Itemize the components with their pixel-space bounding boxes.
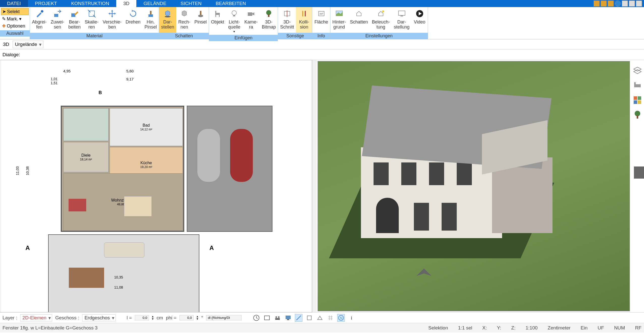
tool-icon-1[interactable]	[594, 1, 600, 7]
bulb-icon	[229, 9, 239, 19]
tool-icon-2[interactable]	[601, 1, 607, 7]
north-icon[interactable]: N	[337, 314, 345, 322]
layers-icon[interactable]	[633, 66, 642, 76]
terrace-deck	[69, 268, 104, 288]
verschieben-button[interactable]: Verschie- ben	[101, 7, 124, 33]
snap1-icon[interactable]	[295, 314, 302, 322]
snap3-icon[interactable]	[316, 314, 324, 322]
status-sel: 1:1 sel	[458, 325, 472, 331]
layer-dropdown[interactable]: Urgelände	[13, 41, 43, 48]
move-icon	[107, 9, 117, 19]
snap2-icon[interactable]	[305, 314, 313, 322]
window-3d-4	[457, 162, 472, 185]
ribbon-section-auswahl: ➤Selekt ✎Mark.▾ ✚Optionen Auswahl	[0, 7, 30, 39]
maximize-icon[interactable]	[629, 1, 635, 7]
pinsel-button[interactable]: Pinsel	[192, 7, 209, 33]
video-button[interactable]: Video	[412, 7, 428, 33]
menu-konstruktion[interactable]: KONSTRUKTION	[64, 0, 116, 7]
cube-shadow-icon	[163, 9, 173, 19]
help-icon[interactable]	[615, 1, 621, 7]
status-unit: Zentimeter	[548, 325, 571, 331]
optionen-button[interactable]: ✚Optionen	[1, 23, 29, 29]
window-3d-5	[414, 203, 429, 231]
skalieren-button[interactable]: Skalie- ren	[83, 7, 101, 33]
darstellung-button[interactable]: Dar- stellung	[392, 7, 412, 33]
window-controls	[594, 0, 644, 7]
minimize-icon[interactable]	[622, 1, 628, 7]
section-marker-a-left: A	[25, 244, 30, 252]
lichtquelle-button[interactable]: Licht- quelle▾	[226, 7, 242, 35]
drehen-button[interactable]: Drehen	[124, 7, 142, 33]
group-icon[interactable]	[274, 314, 281, 322]
l-input[interactable]	[135, 315, 149, 320]
svg-point-11	[232, 11, 236, 15]
section-marker-b: B	[99, 90, 102, 95]
svg-point-33	[635, 111, 640, 116]
svg-rect-24	[398, 11, 405, 15]
hintergrund-button[interactable]: Hinter- grund	[330, 7, 348, 33]
furniture-icon[interactable]	[633, 81, 642, 90]
3d-view[interactable]	[318, 61, 630, 311]
screen-icon[interactable]	[284, 314, 292, 322]
house-outline: Bad14,12 m² Diele18,14 m² Küche19,20 m² …	[61, 106, 184, 232]
menu-sichten[interactable]: SICHTEN	[173, 0, 208, 7]
objekt-button[interactable]: Objekt	[209, 7, 226, 35]
grid-icon[interactable]	[327, 314, 334, 322]
bearbeiten-button[interactable]: Bear- beiten	[66, 7, 83, 33]
plants-icon[interactable]	[633, 110, 642, 120]
expand-handle[interactable]	[634, 166, 644, 179]
svg-point-37	[275, 316, 277, 318]
materials-icon[interactable]	[633, 95, 642, 105]
l-stepper[interactable]: ▴▾	[152, 315, 154, 320]
l-label: l =	[127, 315, 132, 321]
menu-datei[interactable]: DATEI	[0, 0, 28, 7]
mark-button[interactable]: ✎Mark.▾	[1, 16, 29, 22]
zuweisen-button[interactable]: Zuwei- sen	[49, 7, 66, 33]
kamera-button[interactable]: Kame- ra	[242, 7, 260, 35]
beleuchtung-button[interactable]: Beleuch- tung	[370, 7, 392, 33]
menu-bar: DATEI PROJEKT KONSTRUKTION 3D GELÄNDE SI…	[0, 0, 644, 7]
phi-input[interactable]	[179, 315, 194, 320]
menu-gelaende[interactable]: GELÄNDE	[136, 0, 173, 7]
svg-rect-12	[233, 15, 235, 16]
selekt-button[interactable]: ➤Selekt	[1, 8, 29, 15]
geschoss-dropdown[interactable]: Erdgeschos	[82, 314, 115, 321]
darstellen-button[interactable]: Dar- stellen	[159, 7, 176, 33]
scrollbar-2d[interactable]	[312, 60, 317, 312]
collision-icon	[299, 9, 309, 19]
menu-projekt[interactable]: PROJEKT	[28, 0, 64, 7]
svg-rect-30	[638, 96, 641, 100]
phi-stepper[interactable]: ▴▾	[197, 315, 198, 320]
2d-floorplan-view[interactable]: 4,95 5,60 9,17 1,01 1,51 Bad14,12 m² Die…	[0, 60, 312, 312]
dl-input[interactable]	[206, 315, 241, 320]
layer-dropdown-bottom[interactable]: 2D-Elemen	[20, 314, 52, 321]
terrace-dim-1: 10,35	[114, 275, 123, 279]
hinpinsel-button[interactable]: Hin. Pinsel	[142, 7, 159, 33]
ribbon-label-einfuegen: Einfügen	[209, 35, 278, 41]
right-sidebar	[631, 60, 644, 312]
flaeche-button[interactable]: m²Fläche	[312, 7, 330, 33]
clock-icon[interactable]	[253, 314, 260, 322]
menu-3d[interactable]: 3D	[116, 0, 136, 7]
window-3d-1	[374, 162, 389, 185]
ribbon-label-schatten: Schatten	[159, 33, 209, 39]
floorplan: 4,95 5,60 9,17 1,01 1,51 Bad14,12 m² Die…	[10, 68, 302, 304]
kollision-button[interactable]: Kolli- sion	[296, 7, 312, 33]
schatten-settings-button[interactable]: Schatten	[348, 7, 370, 33]
cm-label: cm	[157, 315, 163, 321]
cursor-icon: ➤	[2, 9, 6, 14]
abgreifen-button[interactable]: Abgrei- fen	[30, 7, 49, 33]
dim-left-2: 10,38	[25, 166, 29, 175]
schnitt3d-button[interactable]: 3D- Schnitt	[278, 7, 296, 33]
menu-bearbeiten[interactable]: BEARBEITEN	[209, 0, 253, 7]
svg-rect-28	[634, 82, 636, 84]
info-icon[interactable]: i	[348, 314, 355, 322]
svg-rect-13	[248, 12, 252, 16]
svg-rect-36	[264, 316, 269, 320]
window-icon[interactable]	[263, 314, 271, 322]
rechnen-button[interactable]: Rech- nen	[176, 7, 192, 33]
tool-icon-3[interactable]	[608, 1, 614, 7]
close-icon[interactable]	[636, 1, 642, 7]
dim-top-1: 4,95	[63, 69, 71, 73]
bitmap3d-button[interactable]: 3D- Bitmap	[260, 7, 278, 35]
